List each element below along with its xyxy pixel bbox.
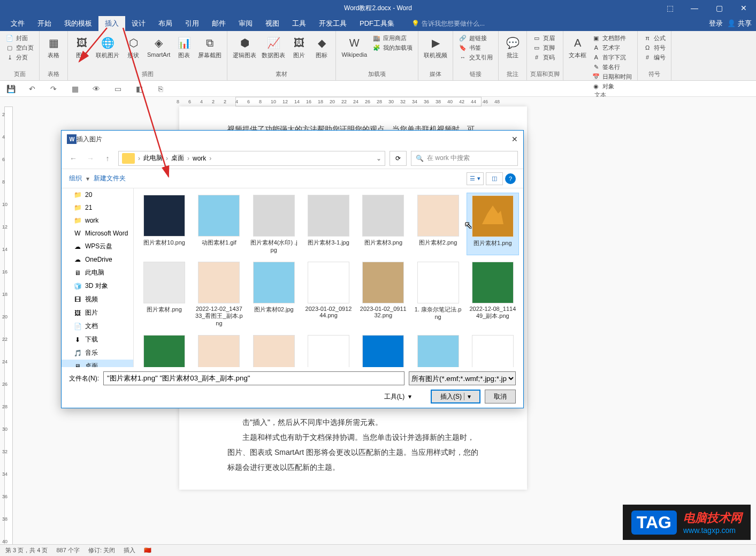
cancel-button[interactable]: 取消 [485,390,516,403]
ribbon-公式[interactable]: π公式 [641,33,668,43]
sidebar-item-WPS云盘[interactable]: ☁WPS云盘 [62,240,133,253]
tab-审阅[interactable]: 审阅 [232,16,259,31]
qat-icon[interactable]: ◧ [134,83,144,94]
breadcrumb[interactable]: work [193,155,206,162]
organize-button[interactable]: 组织 [69,174,82,183]
maximize-button[interactable]: ▢ [707,0,731,16]
sidebar-item-图片[interactable]: 🖼图片 [62,306,133,319]
save-icon[interactable]: 💾 [5,83,16,94]
tab-插入[interactable]: 插入 [98,16,125,31]
ribbon-对象[interactable]: ◉对象 [590,81,634,91]
tab-布局[interactable]: 布局 [152,16,179,31]
sidebar-item-OneDrive[interactable]: ☁OneDrive [62,253,133,266]
qat-icon[interactable]: ▭ [112,83,123,94]
ribbon-封面[interactable]: 📄封面 [3,33,36,43]
ribbon-首字下沉[interactable]: A首字下沉 [590,52,634,62]
track-changes-status[interactable]: 修订: 关闭 [88,546,115,554]
new-folder-button[interactable]: 新建文件夹 [94,174,126,183]
breadcrumb-path[interactable]: › 此电脑 › 桌面 › work › ⌄ [118,151,385,166]
ribbon-表格[interactable]: ▦表格 [43,33,64,60]
file-item[interactable]: 图片素材02.jpg [248,260,300,329]
tab-PDF工具集[interactable]: PDF工具集 [353,16,401,31]
file-item[interactable]: 图片素材2.png [411,193,464,255]
sidebar-item-21[interactable]: 📁21 [62,201,133,214]
ribbon-图标[interactable]: ◆图标 [311,33,332,60]
insert-button[interactable]: 插入(S)▾ [431,390,480,403]
redo-icon[interactable]: ↷ [48,83,59,94]
dialog-close-icon[interactable]: ✕ [511,135,518,143]
ribbon-超链接[interactable]: 🔗超链接 [456,33,495,43]
ribbon-符号[interactable]: Ω符号 [641,43,668,52]
file-item[interactable]: 图片素材.png [138,260,190,329]
ribbon-页码[interactable]: #页码 [530,52,557,62]
tools-button[interactable]: 工具(L) ▾ [384,392,411,401]
file-item[interactable] [193,333,245,367]
ribbon-签名行[interactable]: ✎签名行 [590,62,634,72]
sidebar-item-work[interactable]: 📁work [62,214,133,227]
tab-引用[interactable]: 引用 [179,16,205,31]
language-status[interactable]: 🇨🇳 [144,547,151,554]
file-item[interactable] [138,333,190,367]
ribbon-数据图表[interactable]: 📈数据图表 [259,33,287,60]
close-button[interactable]: ✕ [731,0,756,16]
sidebar-item-音乐[interactable]: 🎵音乐 [62,346,133,360]
refresh-icon[interactable]: ⟳ [390,151,407,166]
ribbon-艺术字[interactable]: A艺术字 [590,43,634,52]
file-item[interactable] [411,333,464,367]
ribbon-书签[interactable]: 🔖书签 [456,43,495,52]
sidebar-item-20[interactable]: 📁20 [62,188,133,201]
qat-icon[interactable]: ▦ [70,83,80,94]
up-icon[interactable]: ↑ [101,154,114,163]
breadcrumb[interactable]: 此电脑 [143,154,163,163]
file-item[interactable]: 图片素材3.png [357,193,409,255]
view-options-icon[interactable]: ☰ ▾ [467,172,484,185]
file-item[interactable]: 图片素材10.png [138,193,190,255]
search-input[interactable]: 🔍 在 work 中搜索 [411,151,518,166]
sidebar-item-文档[interactable]: 📄文档 [62,319,133,333]
forward-icon[interactable]: → [84,154,97,163]
help-icon[interactable]: ? [505,173,516,184]
tab-我的模板[interactable]: 我的模板 [58,16,98,31]
file-item[interactable] [302,333,355,367]
ribbon-分页[interactable]: ⤓分页 [3,52,36,62]
ribbon-形状[interactable]: ⬡形状 [123,33,144,60]
word-count[interactable]: 887 个字 [56,546,79,554]
file-item[interactable] [467,333,519,367]
back-icon[interactable]: ← [67,154,80,163]
file-item[interactable]: 图片素材4(水印) .jpg [248,193,300,255]
file-item[interactable] [248,333,300,367]
sidebar-item-下载[interactable]: ⬇下载 [62,333,133,346]
file-item[interactable]: 图片素材3-1.jpg [302,193,355,255]
horizontal-ruler[interactable]: 8642246810121416182022242628303234363840… [16,97,745,106]
file-item[interactable]: 1. 康奈尔笔记法.png [411,260,464,329]
ribbon-图表[interactable]: 📊图表 [173,33,195,60]
ribbon-日期和时间[interactable]: 📅日期和时间 [590,72,634,81]
file-item[interactable]: 2022-12-08_111449_副本.png [467,260,519,329]
ribbon-我的加载项[interactable]: 🧩我的加载项 [370,43,415,52]
minimize-button[interactable]: — [682,0,707,16]
undo-icon[interactable]: ↶ [27,83,37,94]
sidebar-item-3D 对象[interactable]: 🧊3D 对象 [62,279,133,293]
share-button[interactable]: 👤 共享 [727,19,752,28]
tell-me-box[interactable]: 💡 告诉我您想要做什么... [411,16,485,31]
vertical-ruler[interactable]: 246810121416182022242628303234363840 [0,106,16,544]
ribbon-屏幕截图[interactable]: ⧉屏幕截图 [196,33,224,60]
ribbon-空白页[interactable]: ▢空白页 [3,43,36,52]
ribbon-页脚[interactable]: ▭页脚 [530,43,557,52]
ribbon-联机图片[interactable]: 🌐联机图片 [94,33,121,60]
insert-mode[interactable]: 插入 [124,546,135,554]
file-item[interactable]: 动图素材1.gif [193,193,245,255]
login-link[interactable]: 登录 [709,19,723,28]
tab-邮件[interactable]: 邮件 [205,16,232,31]
ribbon-页眉[interactable]: ▭页眉 [530,33,557,43]
file-item[interactable]: 2023-01-02_091244.png [302,260,355,329]
ribbon-文本框[interactable]: A文本框 [567,33,589,91]
sidebar-item-桌面[interactable]: 🖥桌面 [62,360,133,367]
sidebar-item-视频[interactable]: 🎞视频 [62,293,133,306]
file-item[interactable]: 2022-12-02_143733_看图王_副本.png [193,260,245,329]
file-item[interactable]: 图片素材1.png [467,193,519,255]
file-item[interactable] [357,333,409,367]
tab-文件[interactable]: 文件 [4,16,31,31]
file-type-filter[interactable]: 所有图片(*.emf;*.wmf;*.jpg;*.jp [409,371,516,385]
dropdown-icon[interactable]: ⌄ [376,155,381,162]
